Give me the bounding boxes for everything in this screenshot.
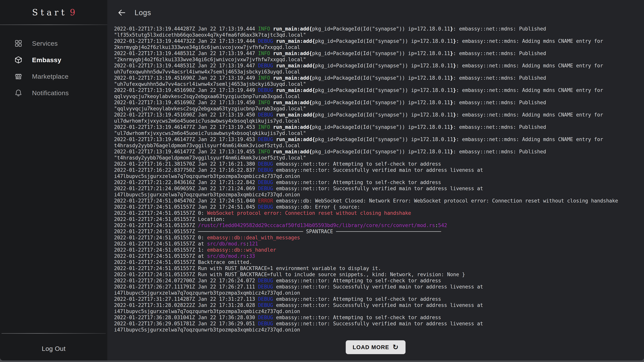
log-line: 2022-01-22T17:13:19.461477Z Jan 22 17:13… <box>114 136 644 142</box>
log-line: 2022-01-22T17:24:51.051557Z at src/db/mo… <box>114 253 644 259</box>
log-line: 2022-01-22T17:24:51.045470Z Jan 22 17:24… <box>114 198 644 204</box>
sidebar-item-embassy[interactable]: Embassy <box>0 52 107 68</box>
log-line: 2022-01-22T17:13:19.444287Z Jan 22 17:13… <box>114 26 644 32</box>
page-header: Logs <box>107 0 644 25</box>
sidebar-footer-divider <box>2 333 106 334</box>
log-line: 2022-01-22T17:13:19.444732Z Jan 22 17:13… <box>114 38 644 44</box>
log-line: 2022-01-22T17:31:27.114287Z Jan 22 17:31… <box>114 296 644 302</box>
sidebar-item-marketplace[interactable]: Marketplace <box>0 68 107 85</box>
log-line: "uh7ufexqwuhhn5dw7vv4acsrl4iwnw4x7semlj4… <box>114 81 644 87</box>
log-line: qqlvyvqcju7keoylabvkesc2sqy2ebgxaa63tyzg… <box>114 93 644 99</box>
sidebar-item-label: Embassy <box>32 56 61 64</box>
log-line: "lf35x5tutg5l3xdicethb66qo3aeox4q7ky4fma… <box>114 32 644 38</box>
log-line: "ul7dwrhomfxjvxycws2m6o45uoeic7usawbwsy4… <box>114 130 644 136</box>
log-line: 2022-01-22T17:24:51.051557Z /rustc/f1edd… <box>114 222 644 228</box>
load-more-label: LOAD MORE <box>353 344 389 350</box>
log-line: "t4hrasdy2yybb76ageldpmom73vggilsyurf4nm… <box>114 155 644 161</box>
log-line: ul7dwrhomfxjvxycws2m6o45uoeic7usawbwsy4x… <box>114 118 644 124</box>
log-line: "2knrmygbj4o2f6zlkui333wve34gi6c6jwnivco… <box>114 56 644 63</box>
log-line: 2022-01-22T17:36:28.031041Z Jan 22 17:36… <box>114 314 644 320</box>
sidebar-item-label: Notifications <box>32 89 69 97</box>
log-line: 2022-01-22T17:16:21.381570Z Jan 22 17:16… <box>114 161 644 167</box>
arrow-back-icon <box>117 8 126 17</box>
log-line: i47lbupvc5sjgurxzelwa7q7oqzqunwrb3tpozmp… <box>114 290 644 296</box>
log-line: "qqlvyvqcju7keoylabvkesc2sqy2ebgxaa63tyz… <box>114 106 644 112</box>
bell-icon <box>14 89 22 97</box>
storefront-icon <box>14 72 22 80</box>
load-more-button[interactable]: LOAD MORE ↻ <box>346 340 406 354</box>
log-line: i47lbupvc5sjgurxzelwa7q7oqzqunwrb3tpozmp… <box>114 173 644 179</box>
log-line: 2022-01-22T17:13:19.461477Z Jan 22 17:13… <box>114 124 644 130</box>
logout-button[interactable]: Log Out <box>0 343 107 353</box>
log-line: 2022-01-22T17:26:24.072700Z Jan 22 17:26… <box>114 278 644 284</box>
log-line: 2022-01-22T17:24:51.051557Z 1: embassy::… <box>114 247 644 253</box>
log-line: 2022-01-22T17:31:28.028222Z Jan 22 17:31… <box>114 302 644 308</box>
log-line: i47lbupvc5sjgurxzelwa7q7oqzqunwrb3tpozmp… <box>114 308 644 314</box>
log-line: uh7ufexqwuhhn5dw7vv4acsrl4iwnw4x7semlj46… <box>114 69 644 75</box>
log-line: 2022-01-22T17:24:51.051557Z Jan 22 17:24… <box>114 204 644 210</box>
log-line: 2022-01-22T17:24:51.051557Z Run with RUS… <box>114 271 644 278</box>
log-line: 2022-01-22T17:24:51.051557Z 0: embassy::… <box>114 235 644 241</box>
log-line: i47lbupvc5sjgurxzelwa7q7oqzqunwrb3tpozmp… <box>114 327 644 333</box>
log-line: 2022-01-22T17:13:19.451690Z Jan 22 17:13… <box>114 87 644 93</box>
sidebar-item-label: Services <box>32 40 58 47</box>
grid-icon <box>14 39 22 47</box>
cube-icon <box>14 56 22 64</box>
log-line: 2022-01-22T17:13:19.448531Z Jan 22 17:13… <box>114 50 644 56</box>
sidebar-menu: ServicesEmbassyMarketplaceNotifications <box>0 35 107 101</box>
sidebar-item-notifications[interactable]: Notifications <box>0 85 107 101</box>
app-root: Start9 ServicesEmbassyMarketplaceNotific… <box>0 0 644 360</box>
refresh-icon: ↻ <box>393 344 399 351</box>
log-line: i47lbupvc5sjgurxzelwa7q7oqzqunwrb3tpozmp… <box>114 192 644 198</box>
log-line: 2022-01-22T17:24:51.051557Z 0: WebSocket… <box>114 210 644 216</box>
back-button[interactable] <box>117 8 126 17</box>
log-line: 2022-01-22T17:13:19.448531Z Jan 22 17:13… <box>114 63 644 69</box>
main-content: Logs 2022-01-22T17:13:19.444287Z Jan 22 … <box>107 0 644 360</box>
log-line: 2022-01-22T17:21:22.843616Z Jan 22 17:21… <box>114 179 644 186</box>
log-line: t4hrasdy2yybb76ageldpmom73vggilsyurf4nm6… <box>114 142 644 148</box>
page-title: Logs <box>134 9 151 17</box>
log-line: 2022-01-22T17:13:19.461477Z Jan 22 17:13… <box>114 148 644 155</box>
log-line: 2022-01-22T17:24:51.051557Z ────────────… <box>114 228 644 235</box>
brand-logo[interactable]: Start9 <box>0 0 107 25</box>
log-line: 2022-01-22T17:24:51.051557Z Run with RUS… <box>114 265 644 271</box>
log-line: 2022-01-22T17:13:19.451690Z Jan 22 17:13… <box>114 112 644 118</box>
sidebar: Start9 ServicesEmbassyMarketplaceNotific… <box>0 0 107 360</box>
brand-accent-9: 9 <box>67 8 78 17</box>
log-line: 2022-01-22T17:21:24.069659Z Jan 22 17:21… <box>114 186 644 192</box>
brand-text: Start <box>30 8 67 17</box>
log-line: 2knrmygbj4o2f6zlkui333wve34gi6c6jwnivcoj… <box>114 44 644 50</box>
log-line: 2022-01-22T17:13:19.451690Z Jan 22 17:13… <box>114 75 644 81</box>
log-line: 2022-01-22T17:24:51.051557Z at src/db/mo… <box>114 241 644 247</box>
sidebar-divider <box>0 25 107 25</box>
log-viewer[interactable]: 2022-01-22T17:13:19.444287Z Jan 22 17:13… <box>114 26 644 333</box>
sidebar-item-label: Marketplace <box>32 73 68 80</box>
sidebar-item-services[interactable]: Services <box>0 35 107 52</box>
log-line: 2022-01-22T17:13:19.451690Z Jan 22 17:13… <box>114 99 644 106</box>
log-line: 2022-01-22T17:26:27.111791Z Jan 22 17:26… <box>114 284 644 290</box>
log-line: 2022-01-22T17:36:29.051781Z Jan 22 17:36… <box>114 320 644 327</box>
log-line: 2022-01-22T17:24:51.051557Z Location: <box>114 216 644 222</box>
log-line: 2022-01-22T17:24:51.051557Z Backtrace om… <box>114 259 644 265</box>
log-line: 2022-01-22T17:16:22.837750Z Jan 22 17:16… <box>114 167 644 173</box>
